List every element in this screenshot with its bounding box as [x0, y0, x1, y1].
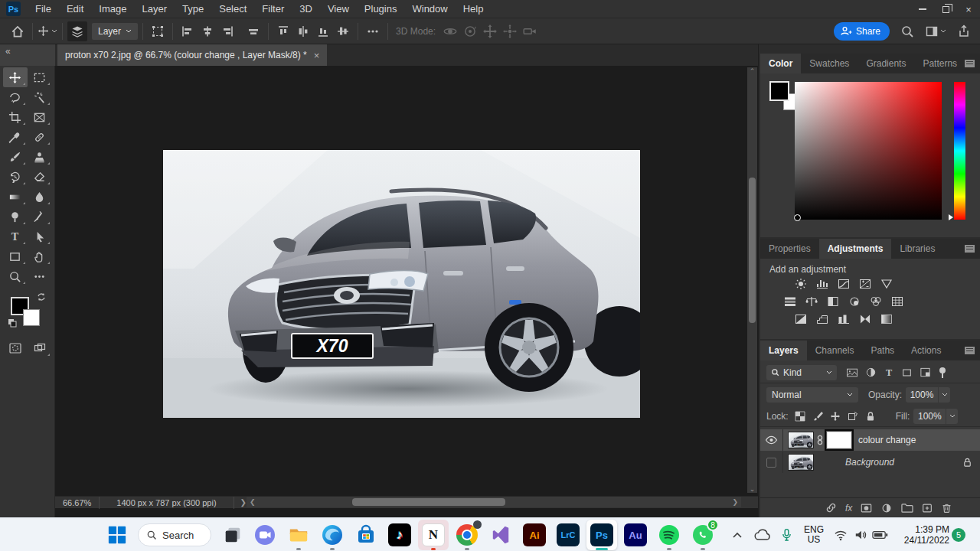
rectangle-tool[interactable] [3, 246, 28, 266]
scroll-right-icon[interactable]: ❯ [732, 498, 738, 506]
language-indicator[interactable]: ENG US [798, 518, 830, 551]
panel-menu-icon[interactable] [965, 60, 975, 67]
menu-view[interactable]: View [320, 0, 357, 18]
photoshop-button[interactable]: Ps [590, 523, 614, 547]
selective-color-icon[interactable] [879, 312, 895, 325]
lock-position-icon[interactable] [830, 411, 841, 422]
filter-type-layers-icon[interactable]: T [884, 367, 894, 378]
posterize-icon[interactable] [815, 312, 831, 325]
edge-button[interactable] [320, 523, 345, 547]
close-tab-icon[interactable]: × [314, 50, 320, 61]
brightness-contrast-icon[interactable] [793, 277, 809, 290]
new-layer-icon[interactable] [921, 502, 933, 514]
menu-type[interactable]: Type [175, 0, 211, 18]
document-tab[interactable]: proton x70 2.jpg @ 66.7% (colour change … [57, 44, 327, 66]
invert-icon[interactable] [793, 312, 809, 325]
lock-artboard-icon[interactable] [848, 411, 858, 422]
photo-filter-icon[interactable] [847, 295, 863, 308]
layer-row-colour-change[interactable]: colour change [760, 429, 980, 451]
magic-wand-tool[interactable] [28, 87, 52, 107]
align-center-icon[interactable] [243, 21, 263, 41]
onedrive-icon[interactable] [752, 518, 772, 551]
default-colors-icon[interactable] [8, 318, 18, 328]
spot-healing-brush-tool[interactable] [28, 127, 52, 147]
tab-color[interactable]: Color [760, 54, 801, 73]
menu-image[interactable]: Image [91, 0, 134, 18]
menu-window[interactable]: Window [404, 0, 455, 18]
chat-button[interactable] [253, 523, 277, 547]
tab-gradients[interactable]: Gradients [858, 54, 914, 73]
file-explorer-button[interactable] [286, 523, 311, 547]
taskbar-search[interactable]: Search [138, 523, 211, 546]
chrome-button[interactable] [455, 523, 479, 547]
menu-edit[interactable]: Edit [59, 0, 91, 18]
align-center-horizontal-icon[interactable] [198, 21, 217, 41]
frame-tool[interactable] [28, 107, 52, 127]
more-options-icon[interactable] [363, 21, 383, 41]
tab-patterns[interactable]: Patterns [914, 54, 965, 73]
audition-button[interactable]: Au [623, 523, 648, 547]
fill-dropdown-icon[interactable] [946, 409, 958, 424]
lock-transparent-icon[interactable] [795, 411, 805, 422]
tiktok-button[interactable]: ♪ [387, 523, 412, 547]
tab-swatches[interactable]: Swatches [801, 54, 858, 73]
notion-button[interactable]: N [421, 523, 446, 547]
filter-pin-icon[interactable] [938, 367, 947, 379]
home-icon[interactable] [8, 21, 28, 41]
document-image[interactable] [163, 150, 640, 418]
rectangular-marquee-tool[interactable] [28, 67, 52, 87]
tab-actions[interactable]: Actions [903, 341, 949, 360]
threshold-icon[interactable] [836, 312, 852, 325]
layer-name[interactable]: colour change [858, 435, 916, 445]
align-left-icon[interactable] [178, 21, 198, 41]
blur-tool[interactable] [28, 187, 52, 207]
exposure-icon[interactable] [858, 277, 874, 290]
clone-stamp-tool[interactable] [28, 147, 52, 167]
minimize-button[interactable] [911, 0, 934, 18]
blend-mode-dropdown[interactable]: Normal [766, 387, 858, 403]
zoom-tool[interactable] [3, 266, 28, 286]
layer-name[interactable]: Background [845, 457, 894, 468]
distribute-bottom-icon[interactable] [313, 21, 333, 41]
distribute-top-icon[interactable] [273, 21, 293, 41]
saturation-field[interactable] [795, 82, 942, 220]
volume-icon[interactable] [851, 518, 870, 551]
hue-slider[interactable] [954, 82, 965, 220]
task-view-button[interactable] [220, 523, 245, 547]
levels-icon[interactable] [815, 277, 831, 290]
new-adjustment-icon[interactable] [880, 502, 893, 514]
horizontal-scroll-thumb[interactable] [352, 498, 505, 506]
tab-adjustments[interactable]: Adjustments [819, 239, 892, 259]
vertical-scrollbar[interactable]: ⌃ ⌄ [747, 67, 757, 493]
screen-mode-icon[interactable] [28, 338, 52, 358]
panel-menu-icon[interactable] [965, 347, 975, 354]
layer-thumbnail[interactable] [788, 454, 814, 471]
auto-select-layers-icon[interactable] [67, 21, 87, 41]
visibility-toggle[interactable] [760, 429, 783, 451]
photoshop-logo[interactable]: Ps [6, 2, 21, 16]
tab-paths[interactable]: Paths [862, 341, 903, 360]
edit-toolbar-icon[interactable] [28, 266, 52, 286]
opacity-field[interactable]: 100% [906, 387, 938, 403]
tab-layers[interactable]: Layers [760, 341, 807, 360]
menu-plugins[interactable]: Plugins [357, 0, 405, 18]
history-brush-tool[interactable] [3, 167, 28, 187]
hue-saturation-icon[interactable] [782, 295, 799, 308]
whatsapp-button[interactable]: 8 [691, 523, 715, 547]
layer-row-background[interactable]: Background [760, 452, 980, 473]
microsoft-store-button[interactable] [354, 523, 378, 547]
delete-layer-icon[interactable] [941, 502, 952, 514]
tab-libraries[interactable]: Libraries [891, 239, 943, 259]
pen-tool[interactable] [28, 207, 52, 227]
menu-help[interactable]: Help [456, 0, 492, 18]
mask-link-icon[interactable] [816, 435, 824, 445]
lock-all-icon[interactable] [865, 411, 876, 422]
filter-adjustment-layers-icon[interactable] [865, 367, 877, 378]
start-button[interactable] [105, 523, 129, 547]
microphone-icon[interactable] [778, 518, 795, 551]
lasso-tool[interactable] [3, 87, 28, 107]
hue-slider-handle[interactable] [949, 214, 953, 220]
color-balance-icon[interactable] [804, 295, 820, 308]
menu-filter[interactable]: Filter [254, 0, 292, 18]
share-button[interactable]: Share [834, 22, 890, 41]
